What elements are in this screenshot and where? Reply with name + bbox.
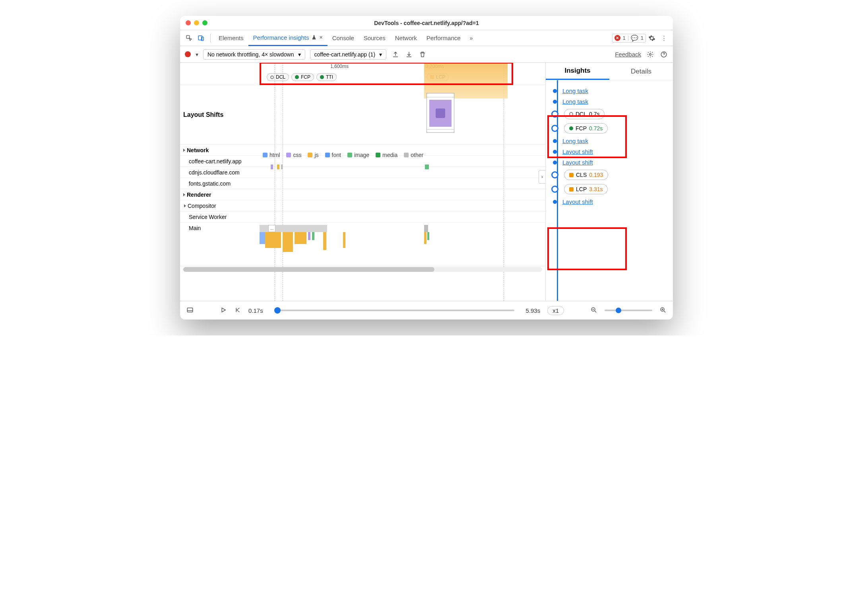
insights-pane: Insights Details Long taskLong taskDCL 0… (546, 63, 673, 301)
delete-icon[interactable] (418, 51, 427, 58)
insight-item: Long task (553, 87, 666, 94)
track-network-header[interactable]: Network html css js font image media oth… (180, 145, 545, 156)
timeline-node-icon (553, 100, 557, 104)
tab-network[interactable]: Network (390, 30, 422, 46)
flame-bar[interactable] (260, 232, 265, 244)
playback-footer: 0.17s 5.93s x1 (180, 301, 673, 320)
insight-link[interactable]: Layout shift (562, 148, 593, 155)
track-compositor[interactable]: Compositor (180, 200, 545, 211)
row-label-layout-shifts: Layout Shifts (180, 111, 260, 118)
disclosure-triangle-icon[interactable] (183, 149, 185, 152)
metric-pill-dcl[interactable]: DCL (267, 73, 289, 81)
flame-bar[interactable] (265, 232, 281, 248)
time-mark-1: 1,600ms (330, 64, 349, 69)
flame-bar[interactable] (308, 232, 310, 240)
flame-bar[interactable] (424, 232, 426, 244)
tab-insights[interactable]: Insights (546, 63, 609, 80)
metric-value: 0.72s (589, 125, 603, 132)
insight-item: CLS 0.193 (553, 170, 666, 180)
message-icon: 💬 (631, 35, 638, 42)
close-tab-icon[interactable]: × (319, 34, 322, 41)
kebab-menu-icon[interactable]: ⋮ (658, 32, 670, 44)
play-icon[interactable] (220, 306, 227, 315)
metric-pill[interactable]: CLS 0.193 (564, 170, 608, 180)
metric-pill[interactable]: DCL 0.7s (564, 109, 605, 119)
insight-item: Layout shift (553, 198, 666, 205)
tab-performance[interactable]: Performance (422, 30, 465, 46)
playback-slider[interactable] (274, 310, 515, 311)
insight-link[interactable]: Layout shift (562, 198, 593, 205)
record-button[interactable] (185, 51, 191, 57)
record-menu-icon[interactable]: ▾ (196, 51, 198, 58)
insight-item: Long task (553, 98, 666, 105)
insight-link[interactable]: Long task (562, 138, 588, 144)
request-bar[interactable] (425, 165, 429, 169)
flask-icon (311, 35, 317, 40)
flame-bar[interactable] (295, 232, 306, 244)
network-row: fonts.gstatic.com (180, 178, 545, 189)
issues-badge[interactable]: ✕ 1 💬 1 (612, 34, 646, 43)
upload-icon[interactable] (391, 51, 400, 58)
flame-bar[interactable] (312, 232, 314, 240)
metric-pill-fcp[interactable]: FCP (291, 73, 314, 81)
skip-start-icon[interactable] (234, 306, 241, 315)
flame-bar[interactable] (323, 232, 326, 250)
request-bar[interactable] (277, 165, 279, 169)
disclosure-triangle-icon[interactable] (184, 204, 186, 207)
insights-tabs: Insights Details (546, 63, 673, 80)
metric-value: 0.7s (589, 111, 599, 117)
tab-details[interactable]: Details (609, 63, 673, 80)
timeline-node-icon (553, 200, 557, 204)
error-icon: ✕ (615, 35, 620, 41)
timeline-node-icon (551, 171, 558, 178)
error-count: 1 (623, 35, 626, 41)
zoom-slider[interactable] (605, 310, 652, 311)
network-row: cdnjs.cloudflare.com (180, 167, 545, 178)
insight-link[interactable]: Long task (562, 98, 588, 105)
settings-icon[interactable] (646, 32, 658, 44)
track-service-worker: Service Worker (180, 211, 545, 223)
request-bar[interactable] (281, 165, 283, 169)
horizontal-scrollbar[interactable] (183, 267, 542, 272)
insight-link[interactable]: Layout shift (562, 159, 593, 166)
download-icon[interactable] (405, 51, 413, 58)
throttling-dropdown[interactable]: No network throttling, 4× slowdown ▾ (203, 49, 305, 60)
flame-bar[interactable] (343, 232, 345, 248)
overflow-indicator[interactable]: ... (268, 225, 275, 232)
speed-selector[interactable]: x1 (547, 306, 564, 315)
more-tabs-icon[interactable]: » (465, 32, 477, 44)
flame-bar[interactable] (283, 232, 293, 252)
tab-performance-insights[interactable]: Performance insights × (248, 30, 328, 46)
timeline-node-icon (551, 125, 558, 132)
tab-elements[interactable]: Elements (214, 30, 248, 46)
flame-bar[interactable] (427, 232, 429, 240)
timeline-node-icon (553, 150, 557, 154)
tab-sources[interactable]: Sources (359, 30, 390, 46)
metric-pill[interactable]: FCP 0.72s (564, 123, 608, 134)
svg-rect-5 (187, 308, 193, 312)
zoom-in-icon[interactable] (659, 306, 667, 315)
layout-shift-thumbnail[interactable] (426, 93, 454, 133)
zoom-out-icon[interactable] (590, 306, 597, 315)
tab-console[interactable]: Console (328, 30, 359, 46)
gear-icon[interactable] (646, 51, 655, 58)
device-toggle-icon[interactable] (195, 32, 207, 44)
metric-pill-tti[interactable]: TTI (316, 73, 337, 81)
metric-pill[interactable]: LCP 3.31s (564, 184, 608, 194)
request-bar[interactable] (271, 165, 273, 169)
insight-link[interactable]: Long task (562, 87, 588, 94)
disclosure-triangle-icon[interactable] (183, 193, 185, 196)
profile-dropdown[interactable]: coffee-cart.netlify.app (1) ▾ (310, 49, 387, 60)
titlebar: DevTools - coffee-cart.netlify.app/?ad=1 (180, 16, 673, 30)
track-renderer-header[interactable]: Renderer (180, 189, 545, 200)
chevron-down-icon: ▾ (379, 51, 382, 58)
insight-item: FCP 0.72s (553, 123, 666, 134)
inspect-icon[interactable] (183, 32, 195, 44)
drawer-toggle-icon[interactable] (186, 306, 194, 315)
feedback-link[interactable]: Feedback (615, 51, 641, 58)
track-layout-shifts: Layout Shifts (180, 85, 545, 145)
metric-label: DCL (576, 111, 587, 117)
help-icon[interactable] (659, 51, 668, 58)
flame-bar[interactable] (424, 225, 428, 232)
panel-expand-handle[interactable]: › (539, 170, 546, 184)
